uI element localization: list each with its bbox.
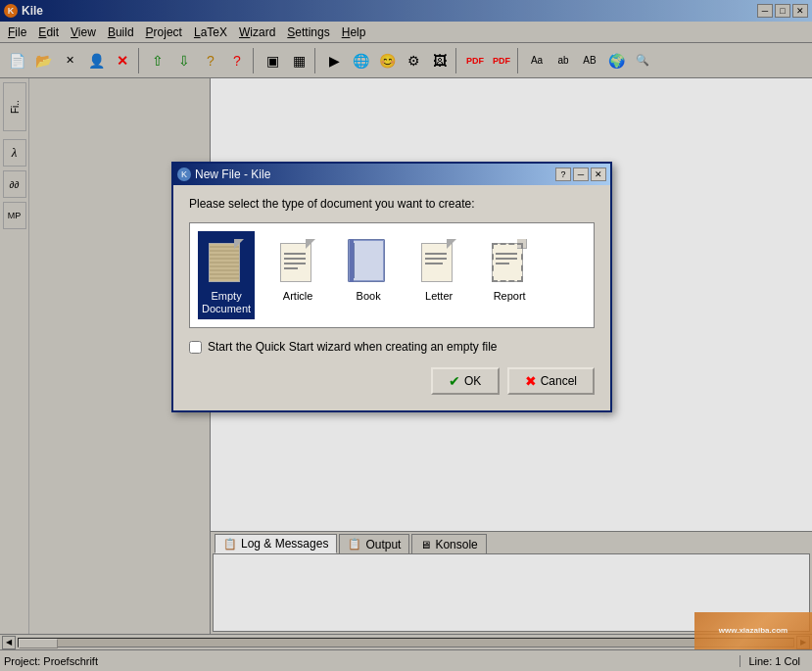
quickstart-checkbox[interactable] (189, 341, 202, 354)
dialog-icon: K (177, 168, 191, 181)
report-doc-icon (486, 235, 533, 286)
dialog-footer: ✔ OK ✖ Cancel (189, 367, 595, 399)
cancel-icon: ✖ (525, 373, 537, 389)
dialog-close-btn[interactable]: ✕ (591, 168, 606, 181)
dialog-controls: ? ─ ✕ (555, 168, 606, 181)
doc-type-article[interactable]: Article (270, 231, 325, 319)
dialog-body: Please select the type of document you w… (173, 185, 610, 410)
article-doc-label: Article (283, 290, 313, 302)
doc-type-report[interactable]: Report (482, 231, 537, 319)
doc-type-empty[interactable]: Empty Document (198, 231, 255, 319)
letter-doc-label: Letter (425, 290, 453, 302)
doc-type-selector: Empty Document (189, 222, 595, 328)
empty-doc-label: Empty Document (202, 290, 251, 315)
quickstart-label: Start the Quick Start wizard when creati… (208, 340, 497, 354)
doc-type-book[interactable]: Book (341, 231, 396, 319)
quickstart-checkbox-row: Start the Quick Start wizard when creati… (189, 340, 595, 354)
ok-icon: ✔ (449, 373, 460, 389)
dialog-overlay: K New File - Kile ? ─ ✕ Please select th… (0, 0, 812, 671)
letter-doc-icon (415, 235, 462, 286)
ok-button[interactable]: ✔ OK (431, 367, 500, 395)
dialog-prompt: Please select the type of document you w… (189, 197, 595, 211)
watermark: www.xiazaiba.com (694, 612, 812, 649)
new-file-dialog: K New File - Kile ? ─ ✕ Please select th… (171, 162, 612, 412)
book-doc-label: Book (357, 290, 381, 302)
cancel-button[interactable]: ✖ Cancel (507, 367, 595, 395)
empty-doc-icon (203, 235, 250, 286)
dialog-title-bar: K New File - Kile ? ─ ✕ (173, 164, 610, 185)
article-doc-icon (274, 235, 321, 286)
dialog-title: New File - Kile (195, 168, 270, 181)
report-doc-label: Report (494, 290, 526, 302)
book-doc-icon (345, 235, 392, 286)
doc-type-letter[interactable]: Letter (411, 231, 466, 319)
dialog-help-btn[interactable]: ? (555, 168, 571, 181)
dialog-minimize-btn[interactable]: ─ (573, 168, 589, 181)
